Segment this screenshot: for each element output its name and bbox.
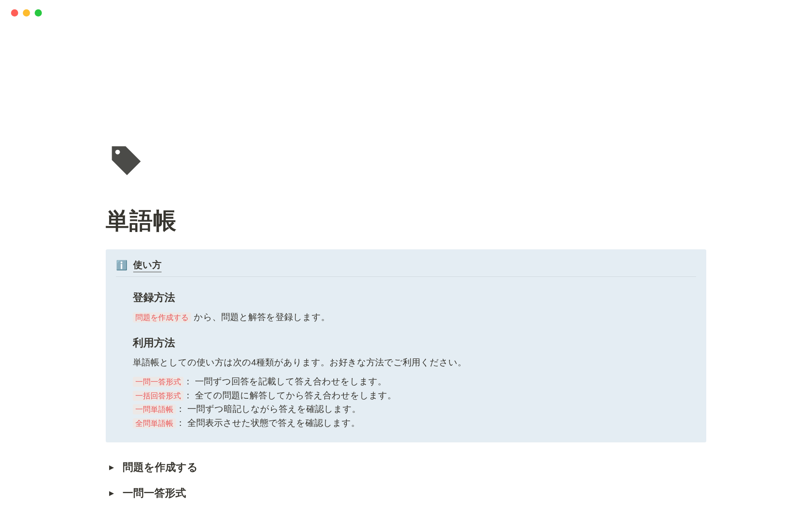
- method-desc-0: ： 一問ずつ回答を記載して答え合わせをします。: [184, 376, 387, 386]
- method-pill-0: 一問一答形式: [133, 377, 184, 387]
- usage-intro: 単語帳としての使い方は次の4種類があります。お好きな方法でご利用ください。: [133, 356, 696, 369]
- method-desc-1: ： 全ての問題に解答してから答え合わせをします。: [184, 390, 396, 400]
- tag-icon: [109, 144, 142, 177]
- method-pill-2: 一問単語帳: [133, 404, 176, 414]
- usage-section: 利用方法 単語帳としての使い方は次の4種類があります。お好きな方法でご利用くださ…: [116, 336, 696, 430]
- method-row-0: 一問一答形式： 一問ずつ回答を記載して答え合わせをします。: [133, 375, 696, 389]
- method-list: 一問一答形式： 一問ずつ回答を記載して答え合わせをします。 一括回答形式： 全て…: [133, 375, 696, 430]
- method-desc-2: ： 一問ずつ暗記しながら答えを確認します。: [176, 404, 361, 414]
- method-pill-3: 全問単語帳: [133, 418, 176, 428]
- usage-heading: 利用方法: [133, 336, 696, 350]
- toggle-label-0: 問題を作成する: [123, 460, 198, 474]
- register-heading: 登録方法: [133, 290, 696, 304]
- method-desc-3: ： 全問表示させた状態で答えを確認します。: [176, 418, 360, 428]
- method-row-2: 一問単語帳： 一問ずつ暗記しながら答えを確認します。: [133, 402, 696, 416]
- register-pill: 問題を作成する: [133, 312, 191, 323]
- method-row-1: 一括回答形式： 全ての問題に解答してから答え合わせをします。: [133, 389, 696, 403]
- window-close-button[interactable]: [11, 9, 18, 17]
- register-section: 登録方法 問題を作成する から、問題と解答を登録します。: [116, 290, 696, 324]
- toggle-label-1: 一問一答形式: [123, 486, 186, 500]
- svg-point-0: [115, 150, 120, 155]
- callout-header: ℹ️ 使い方: [116, 259, 696, 277]
- window-controls: [0, 0, 812, 17]
- toggle-single-qa[interactable]: ▶ 一問一答形式: [106, 486, 706, 500]
- register-body: 問題を作成する から、問題と解答を登録します。: [133, 310, 696, 324]
- method-row-3: 全問単語帳： 全問表示させた状態で答えを確認します。: [133, 416, 696, 430]
- info-icon: ℹ️: [116, 261, 127, 270]
- method-pill-1: 一括回答形式: [133, 391, 184, 401]
- chevron-right-icon: ▶: [109, 489, 117, 497]
- window-minimize-button[interactable]: [23, 9, 30, 17]
- window-maximize-button[interactable]: [35, 9, 42, 17]
- toggle-create-question[interactable]: ▶ 問題を作成する: [106, 460, 706, 474]
- usage-callout: ℹ️ 使い方 登録方法 問題を作成する から、問題と解答を登録します。 利用方法…: [106, 249, 706, 442]
- page-icon[interactable]: [109, 144, 706, 177]
- chevron-right-icon: ▶: [109, 464, 117, 471]
- register-text: から、問題と解答を登録します。: [191, 312, 330, 322]
- callout-title: 使い方: [133, 259, 162, 272]
- page-title[interactable]: 単語帳: [106, 205, 706, 237]
